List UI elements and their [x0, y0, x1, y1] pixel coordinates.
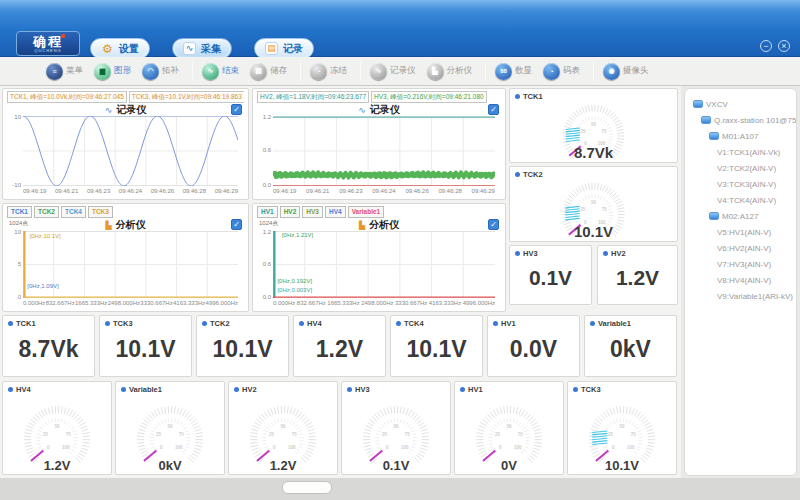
tree-item[interactable]: V4:TCK4(AIN-V)	[685, 192, 796, 208]
menu-icon: ≡	[46, 63, 63, 80]
channel-tab-TCK1[interactable]: TCK1	[7, 206, 32, 218]
digital-panel-Variable1: Variable10kV	[584, 315, 677, 377]
tree-item[interactable]: V8:HV4(AIN-V)	[685, 272, 796, 288]
chart-visible-checkbox[interactable]: ✓	[488, 219, 499, 230]
toolbar-item-冻结[interactable]: ◔冻结	[310, 63, 347, 80]
svg-text:50: 50	[506, 424, 512, 429]
channel-tab-HV4[interactable]: HV4	[325, 206, 346, 218]
freeze-icon: ◔	[310, 63, 327, 80]
toolbar-item-码表[interactable]: ◔码表	[543, 63, 580, 80]
tree-item-label: VXCV	[706, 100, 728, 109]
digital-panel-TCK1: TCK18.7Vk	[2, 315, 95, 377]
toolbar-item-拓补[interactable]: ◠拓补	[142, 63, 179, 80]
channel-tab-HV1[interactable]: HV1	[257, 206, 278, 218]
chart-visible-checkbox[interactable]: ✓	[488, 104, 499, 115]
digital-value: 10.1V	[391, 336, 482, 363]
channel-tab-TCK2[interactable]: TCK2	[34, 206, 59, 218]
svg-text:0: 0	[160, 445, 163, 450]
svg-text:50: 50	[54, 424, 60, 429]
legend-box: TCK1, 峰值=10.0Vk,时间=09:46:27.045	[7, 91, 127, 103]
channel-dot	[8, 387, 13, 392]
panel-label: HV3	[355, 385, 370, 394]
channel-dot	[234, 387, 239, 392]
close-button[interactable]: ×	[778, 40, 790, 52]
recorder-chart-tck: TCK1, 峰值=10.0Vk,时间=09:46:27.045TCK3, 峰值=…	[2, 88, 249, 200]
nav-button-记录[interactable]: ▤记录	[254, 38, 314, 59]
tree-item[interactable]: M02:A127	[685, 208, 796, 224]
toolbar-separator	[300, 62, 301, 81]
panel-label: TCK3	[581, 385, 601, 394]
toolbar-item-图形[interactable]: ▆图形	[94, 63, 131, 80]
svg-text:0: 0	[47, 445, 50, 450]
gauge-panel-TCK2: TCK2025507510010.1V	[509, 166, 678, 242]
legend-box: HV2, 峰值=1.18V,时间=09:46:23.677	[257, 91, 369, 103]
gauge-value: 1.2V	[229, 458, 337, 473]
svg-text:0: 0	[386, 445, 389, 450]
logo-text: 确程	[33, 35, 63, 48]
toolbar-item-分析仪[interactable]: ▙分析仪	[427, 63, 473, 80]
tree-item[interactable]: V6:HV2(AIN-V)	[685, 240, 796, 256]
channel-dot	[493, 321, 498, 326]
toolbar-item-结束[interactable]: ∿结束	[202, 63, 239, 80]
channel-dot	[573, 387, 578, 392]
chart-visible-checkbox[interactable]: ✓	[231, 219, 242, 230]
tree-item[interactable]: V5:HV1(AIN-V)	[685, 224, 796, 240]
digital-panel-HV4: HV41.2V	[293, 315, 386, 377]
tree-item-label: V1:TCK1(AIN-Vk)	[717, 148, 780, 157]
instrument-title: 分析仪	[116, 218, 146, 232]
legend-box: HV3, 峰值=0.216V,时间=09:46:21.080	[371, 91, 487, 103]
tree-item[interactable]: M01:A107	[685, 128, 796, 144]
peak-annotation: [0Hz,10.1V]	[29, 233, 60, 239]
toolbar-item-label: 菜单	[66, 65, 83, 77]
analyzer-chart-hv: HV1HV2HV3HV4Variable11024点▙分析仪✓1.20.60.0…	[252, 203, 506, 312]
tree-item-label: V6:HV2(AIN-V)	[717, 244, 771, 253]
chart-visible-checkbox[interactable]: ✓	[231, 104, 242, 115]
channel-tab-HV3[interactable]: HV3	[302, 206, 323, 218]
panel-label: HV2	[611, 249, 626, 258]
toolbar-item-记录仪[interactable]: ∿记录仪	[370, 63, 416, 80]
x-tick-label: 09:46:29	[472, 188, 495, 197]
channel-tab-HV2[interactable]: HV2	[280, 206, 301, 218]
toolbar-item-label: 记录仪	[390, 65, 416, 77]
horizontal-scrollbar-thumb[interactable]	[282, 481, 332, 494]
instrument-title: 记录仪	[116, 103, 146, 117]
nav-button-采集[interactable]: ∿采集	[172, 38, 232, 59]
toolbar-item-菜单[interactable]: ≡菜单	[46, 63, 83, 80]
svg-text:25: 25	[269, 432, 275, 437]
toolbar-item-摄像头[interactable]: ◉摄像头	[603, 63, 649, 80]
svg-text:50: 50	[167, 424, 173, 429]
svg-text:50: 50	[591, 122, 597, 127]
channel-tab-Variable1[interactable]: Variable1	[348, 206, 385, 218]
svg-text:0: 0	[612, 445, 615, 450]
svg-text:0: 0	[499, 445, 502, 450]
tree-item[interactable]: Q.raxx-station 101@752014	[685, 112, 796, 128]
tree-item[interactable]: V3:TCK3(AIN-V)	[685, 176, 796, 192]
analyzer-chart-tck: TCK1TCK2TCK4TCK31024点▙分析仪✓1050[0Hz,10.1V…	[2, 203, 249, 312]
svg-text:75: 75	[518, 432, 524, 437]
channel-tab-TCK4[interactable]: TCK4	[61, 206, 86, 218]
x-tick-label: 09:46:26	[151, 188, 174, 197]
x-tick-label: 832.667Hz	[46, 300, 75, 309]
tree-item[interactable]: VXCV	[685, 96, 796, 112]
tree-item[interactable]: V1:TCK1(AIN-Vk)	[685, 144, 796, 160]
x-tick-label: 832.667Hz	[297, 300, 326, 309]
nav-button-设置[interactable]: ⚙设置	[90, 38, 150, 59]
app-logo: 确程 QUCHENG	[16, 31, 80, 56]
graph-icon: ▆	[94, 63, 111, 80]
minimize-button[interactable]: −	[760, 40, 772, 52]
toolbar-item-储存[interactable]: ▤储存	[250, 63, 287, 80]
toolbar-item-数显[interactable]: 88数显	[495, 63, 532, 80]
channel-tab-TCK3[interactable]: TCK3	[88, 206, 113, 218]
tree-item[interactable]: V2:TCK2(AIN-V)	[685, 160, 796, 176]
tree-item[interactable]: V9:Variable1(ARI-kV)	[685, 288, 796, 304]
x-tick-label: 3330.667Hz	[140, 300, 172, 309]
toolbar-item-label: 摄像头	[623, 65, 649, 77]
digital-value: 0.0V	[488, 336, 579, 363]
plot-area: 1050[0Hz,10.1V][0Hz,1.09V]	[23, 231, 238, 298]
peak-annotation: [0Hz,1.21V]	[282, 232, 313, 238]
save-icon: ▤	[250, 63, 267, 80]
nav-button-label: 记录	[283, 42, 303, 56]
channel-dot	[347, 387, 352, 392]
tree-item-label: V7:HV3(AIN-V)	[717, 260, 771, 269]
tree-item[interactable]: V7:HV3(AIN-V)	[685, 256, 796, 272]
